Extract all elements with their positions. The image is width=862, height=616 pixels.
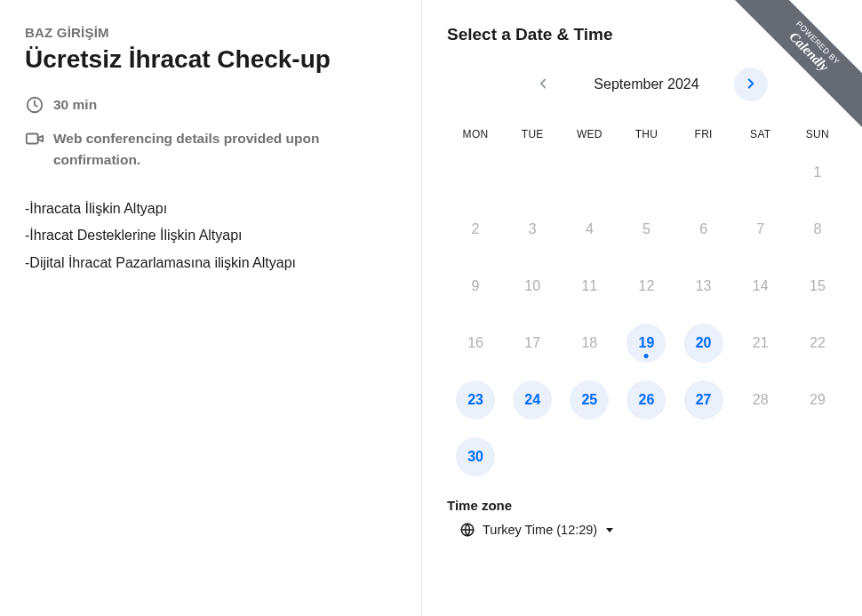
day-cell: 18 [561,324,618,363]
conferencing-text: Web conferencing details provided upon c… [53,128,395,171]
calendar-day-unavailable: 28 [741,380,780,420]
day-cell [561,153,618,192]
calendar-day-unavailable: 3 [513,210,552,249]
day-cell: 4 [561,210,618,249]
timezone-section: Time zone Turkey Time (12:29) [447,498,846,538]
day-cell: 9 [447,267,504,306]
timezone-value: Turkey Time (12:29) [483,523,597,537]
day-cell: 7 [732,210,789,249]
organizer-name: BAZ GİRİŞİM [25,25,395,40]
day-cell: 1 [789,153,846,192]
calendar-panel: Select a Date & Time September 2024 MONT… [422,0,862,616]
day-cell [675,153,732,192]
day-cell [732,153,789,192]
clock-icon [25,95,44,115]
day-cell [447,153,504,192]
today-indicator-dot [644,354,649,358]
day-cell: 29 [789,380,846,420]
chevron-down-icon [606,528,613,532]
select-date-heading: Select a Date & Time [447,25,846,44]
day-cell: 26 [618,380,674,420]
month-navigation: September 2024 [447,68,846,101]
calendar-day-available[interactable]: 24 [513,380,552,420]
calendar-day-unavailable: 7 [741,210,780,249]
weekday-header-row: MONTUEWEDTHUFRISATSUN [447,123,846,146]
calendar-day-available[interactable]: 19 [627,324,666,363]
calendar-day-available[interactable]: 23 [456,380,495,420]
day-cell: 15 [789,267,846,306]
desc-line: -İhracat Desteklerine İlişkin Altyapı [25,222,395,249]
day-cell: 20 [675,324,732,363]
weekday-label: WED [561,123,618,146]
day-cell: 5 [618,210,674,249]
day-cell [618,153,674,192]
duration-row: 30 min [25,94,395,116]
day-cell: 22 [789,324,846,363]
calendar-day-available[interactable]: 26 [627,380,666,420]
weekday-label: FRI [675,123,732,146]
calendar-day-unavailable: 22 [798,324,837,363]
day-cell: 6 [675,210,732,249]
prev-month-button[interactable] [526,68,560,101]
day-cell: 27 [675,380,732,420]
calendar-day-unavailable: 21 [741,324,780,363]
day-cell: 28 [732,380,789,420]
timezone-label: Time zone [447,498,846,513]
calendar-day-unavailable: 10 [513,267,552,306]
day-cell: 10 [504,267,561,306]
day-cell: 11 [561,267,618,306]
day-cell: 19 [618,324,674,363]
calendar-day-available[interactable]: 20 [684,324,723,363]
day-cell: 16 [447,324,504,363]
day-cell: 12 [618,267,674,306]
day-cell: 3 [504,210,561,249]
calendar-day-unavailable: 5 [627,210,666,249]
calendar-day-unavailable: 2 [456,210,495,249]
calendar-day-unavailable: 1 [798,153,837,192]
calendar-day-unavailable: 16 [456,324,495,363]
calendar-day-unavailable: 11 [570,267,609,306]
calendar-day-unavailable: 17 [513,324,552,363]
weekday-label: SAT [732,123,789,146]
conferencing-row: Web conferencing details provided upon c… [25,128,395,171]
calendar-days-grid: 1234567891011121314151617181920212223242… [447,153,846,476]
event-details-panel: BAZ GİRİŞİM Ücretsiz İhracat Check-up 30… [0,0,422,616]
day-cell: 8 [789,210,846,249]
svg-rect-1 [27,134,38,144]
calendar-day-unavailable: 12 [627,267,666,306]
calendar-day-unavailable: 15 [798,267,837,306]
calendar-day-unavailable: 14 [741,267,780,306]
calendar-day-unavailable: 18 [570,324,609,363]
desc-line: -Dijital İhracat Pazarlamasına ilişkin A… [25,250,395,276]
weekday-label: THU [618,123,674,146]
next-month-button[interactable] [734,68,768,101]
weekday-label: TUE [504,123,561,146]
calendar-day-available[interactable]: 25 [570,380,609,420]
day-cell: 24 [504,380,561,420]
desc-line: -İhracata İlişkin Altyapı [25,196,395,222]
timezone-picker[interactable]: Turkey Time (12:29) [447,522,846,538]
calendar-day-unavailable: 29 [798,380,837,420]
calendar-day-unavailable: 9 [456,267,495,306]
day-cell: 14 [732,267,789,306]
calendar-day-unavailable: 8 [798,210,837,249]
calendar-day-unavailable: 4 [570,210,609,249]
calendar-day-unavailable: 6 [684,210,723,249]
day-cell: 2 [447,210,504,249]
event-title: Ücretsiz İhracat Check-up [25,44,395,75]
duration-text: 30 min [53,94,97,116]
globe-icon [459,522,475,538]
day-cell: 17 [504,324,561,363]
day-cell: 25 [561,380,618,420]
video-icon [25,129,44,148]
chevron-left-icon [535,76,551,94]
weekday-label: MON [447,123,504,146]
event-description: -İhracata İlişkin Altyapı -İhracat Deste… [25,196,395,276]
weekday-label: SUN [789,123,846,146]
day-cell [504,153,561,192]
day-cell: 30 [447,437,504,476]
calendar-day-available[interactable]: 30 [456,437,495,476]
calendar-day-available[interactable]: 27 [684,380,723,420]
day-cell: 21 [732,324,789,363]
day-cell: 23 [447,380,504,420]
